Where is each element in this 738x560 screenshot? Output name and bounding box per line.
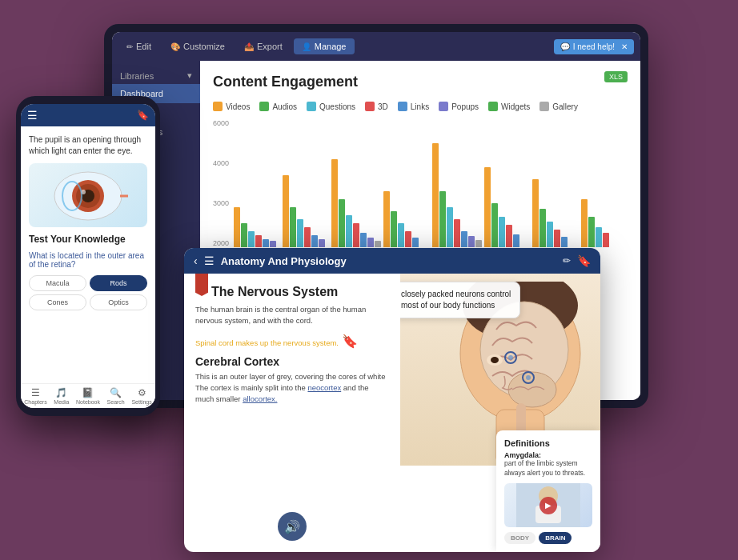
legend-3d: 3D xyxy=(365,102,388,111)
bar-chart: 6000 4000 3000 2000 xyxy=(213,119,628,247)
help-button[interactable]: 💬 I need help! ✕ xyxy=(554,39,634,54)
bar-group-3 xyxy=(331,159,381,247)
phone: ☰ 🔖 The pupil is an opening through whic… xyxy=(16,96,160,416)
search-icon: 🔍 xyxy=(110,387,122,398)
allocortex-link[interactable]: allocortex. xyxy=(243,394,277,403)
def-image: ▶ xyxy=(504,483,592,527)
3d-color xyxy=(365,102,375,111)
option-macula[interactable]: Macula xyxy=(29,275,86,291)
reader-edit-icon[interactable]: ✏ xyxy=(563,255,571,266)
tab-body[interactable]: BODY xyxy=(504,532,535,544)
reader-title: Anatomy And Physiology xyxy=(221,255,556,267)
nav-settings[interactable]: ⚙ Settings xyxy=(131,387,151,405)
export-icon: 📤 xyxy=(244,42,254,51)
manage-icon: 👤 xyxy=(302,42,311,51)
section2-title: Cerebral Cortex xyxy=(195,355,389,368)
svg-point-15 xyxy=(526,375,531,380)
tab-manage[interactable]: 👤 Manage xyxy=(294,38,355,54)
quiz-title: Test Your Knowledge xyxy=(29,234,147,245)
bookmark-emoji: 🔖 xyxy=(342,334,358,348)
section1-title: The Nervous System xyxy=(211,285,389,299)
svg-point-17 xyxy=(491,357,499,363)
gallery-color xyxy=(539,102,549,111)
option-cones[interactable]: Cones xyxy=(29,294,86,310)
close-icon[interactable]: ✕ xyxy=(621,42,628,51)
xls-button[interactable]: XLS xyxy=(604,71,628,82)
libraries-section[interactable]: Libraries ▾ xyxy=(112,67,200,84)
chart-title: Content Engagement xyxy=(213,74,358,90)
audios-color xyxy=(259,102,269,111)
chart-legend: Videos Audios Questions 3D xyxy=(213,102,628,111)
phone-bottombar: ☰ Chapters 🎵 Media 📓 Notebook 🔍 Search ⚙… xyxy=(21,383,155,408)
reader-bookmark-icon[interactable]: 🔖 xyxy=(577,254,591,267)
notebook-icon: 📓 xyxy=(82,387,94,398)
nav-search[interactable]: 🔍 Search xyxy=(107,387,125,405)
body-brain-tabs: BODY BRAIN xyxy=(504,532,592,544)
phone-content: The pupil is an opening through which li… xyxy=(21,126,155,383)
chapters-icon: ☰ xyxy=(31,387,40,398)
nav-chapters[interactable]: ☰ Chapters xyxy=(24,387,46,405)
bar-group-6 xyxy=(484,167,531,247)
media-icon: 🎵 xyxy=(55,387,67,398)
legend-questions: Questions xyxy=(307,102,355,111)
bookmark-icon[interactable]: 🔖 xyxy=(137,110,149,121)
videos-color xyxy=(213,102,223,111)
tab-customize[interactable]: 🎨 Customize xyxy=(162,38,233,54)
svg-point-13 xyxy=(508,355,513,360)
def-text: part of the limbic system always alert y… xyxy=(504,459,592,478)
legend-audios: Audios xyxy=(259,102,297,111)
svg-point-10 xyxy=(508,372,556,407)
phone-topbar: ☰ 🔖 xyxy=(21,104,155,126)
option-optics[interactable]: Optics xyxy=(90,294,147,310)
bar-group-2 xyxy=(283,175,329,247)
edit-icon: ✏ xyxy=(126,42,133,51)
neocortex-link[interactable]: neocortex xyxy=(307,383,341,392)
chevron-down-icon: ▾ xyxy=(187,70,192,81)
tab-edit[interactable]: ✏ Edit xyxy=(118,38,159,54)
def-title: Definitions xyxy=(504,438,592,448)
nav-media[interactable]: 🎵 Media xyxy=(54,387,69,405)
questions-color xyxy=(307,102,316,111)
bar-group-8 xyxy=(581,199,628,247)
back-button[interactable]: ‹ xyxy=(194,254,198,267)
option-rods[interactable]: Rods xyxy=(90,275,147,291)
tab-export[interactable]: 📤 Export xyxy=(236,38,291,54)
definitions-panel: Definitions Amygdala: part of the limbic… xyxy=(496,430,600,552)
bar-group-1 xyxy=(234,207,280,247)
y-axis: 6000 4000 3000 2000 xyxy=(213,119,229,247)
reader-right: closely packed neurons control most of o… xyxy=(400,274,600,552)
reader-left: The Nervous System The human brain is th… xyxy=(184,274,400,552)
section1-text: The human brain is the central organ of … xyxy=(195,304,389,327)
legend-gallery: Gallery xyxy=(539,102,578,111)
legend-videos: Videos xyxy=(213,102,250,111)
def-term: Amygdala: xyxy=(504,451,592,459)
play-button[interactable]: ▶ xyxy=(539,497,557,514)
reader-topbar: ‹ ☰ Anatomy And Physiology ✏ 🔖 xyxy=(184,248,600,274)
reader-panel: ‹ ☰ Anatomy And Physiology ✏ 🔖 The Nervo… xyxy=(184,248,600,552)
laptop-topbar: ✏ Edit 🎨 Customize 📤 Export 👤 Manage 💬 xyxy=(112,32,640,61)
tab-brain[interactable]: BRAIN xyxy=(539,532,572,544)
reader-menu-icon[interactable]: ☰ xyxy=(204,254,215,267)
chat-icon: 💬 xyxy=(560,42,570,51)
bar-group-7 xyxy=(532,179,579,247)
highlight-text: Spinal cord makes up the nervous system. xyxy=(195,338,339,347)
bar-group-5 xyxy=(432,143,482,247)
links-color xyxy=(398,102,407,111)
audio-button[interactable]: 🔊 xyxy=(278,512,307,541)
eye-image xyxy=(29,163,147,227)
reader-body: The Nervous System The human brain is th… xyxy=(184,274,600,552)
menu-icon[interactable]: ☰ xyxy=(27,109,38,122)
bars-container xyxy=(234,119,628,247)
widgets-color xyxy=(488,102,498,111)
nav-notebook[interactable]: 📓 Notebook xyxy=(76,387,100,405)
quiz-question: What is located in the outer area of the… xyxy=(29,251,147,269)
bookmark-ribbon xyxy=(195,274,208,296)
phone-screen: ☰ 🔖 The pupil is an opening through whic… xyxy=(21,104,155,408)
eye-svg xyxy=(48,166,128,226)
quiz-options: Macula Rods Cones Optics xyxy=(29,275,147,310)
bar-group-4 xyxy=(383,191,430,247)
tooltip-box: closely packed neurons control most of o… xyxy=(400,282,520,318)
popups-color xyxy=(439,102,448,111)
settings-icon: ⚙ xyxy=(138,387,146,398)
legend-popups: Popups xyxy=(439,102,479,111)
